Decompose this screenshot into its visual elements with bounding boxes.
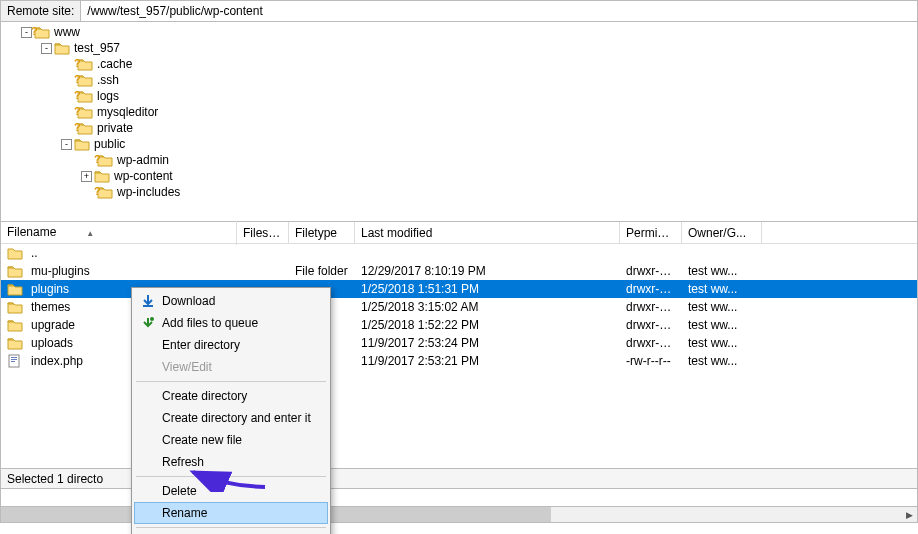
folder-icon: ? [77, 73, 93, 87]
file-modified: 1/25/2018 1:52:22 PM [355, 316, 620, 334]
tree-node[interactable]: ? .cache [1, 56, 917, 72]
menu-enter-directory[interactable]: Enter directory [134, 334, 328, 356]
tree-node-label: wp-includes [117, 184, 180, 200]
tree-node-label: www [54, 24, 80, 40]
file-permissions: drwxr-xr-x [620, 262, 682, 280]
unknown-icon: ? [74, 71, 81, 87]
menu-delete[interactable]: Delete [134, 480, 328, 502]
tree-node-label: logs [97, 88, 119, 104]
file-modified: 1/25/2018 3:15:02 AM [355, 298, 620, 316]
file-list-header: Filename▲ Filesize Filetype Last modifie… [1, 222, 917, 244]
unknown-icon: ? [94, 151, 101, 167]
menu-refresh[interactable]: Refresh [134, 451, 328, 473]
tree-node[interactable]: ? wp-includes [1, 184, 917, 200]
php-file-icon [7, 354, 23, 368]
file-name: mu-plugins [31, 262, 90, 280]
folder-icon: ? [77, 121, 93, 135]
tree-expander[interactable]: + [81, 171, 92, 182]
menu-view-edit: View/Edit [134, 356, 328, 378]
col-header-modified[interactable]: Last modified [355, 222, 620, 244]
tree-node-label: .cache [97, 56, 132, 72]
unknown-icon: ? [94, 183, 101, 199]
file-permissions: drwxr-xr-x [620, 316, 682, 334]
file-modified: 1/25/2018 1:51:31 PM [355, 280, 620, 298]
tree-node[interactable]: - test_957 [1, 40, 917, 56]
svg-point-4 [150, 317, 154, 321]
remote-site-label: Remote site: [1, 1, 81, 21]
file-modified: 11/9/2017 2:53:21 PM [355, 352, 620, 370]
download-icon [140, 293, 156, 309]
folder-icon [74, 137, 90, 151]
folder-icon [7, 264, 23, 278]
svg-rect-2 [11, 359, 17, 360]
file-modified: 11/9/2017 2:53:24 PM [355, 334, 620, 352]
folder-icon: ? [77, 57, 93, 71]
tree-node[interactable]: ? logs [1, 88, 917, 104]
menu-download[interactable]: Download [134, 290, 328, 312]
file-permissions: drwxr-xr-x [620, 298, 682, 316]
tree-expander[interactable]: - [61, 139, 72, 150]
tree-node[interactable]: ? .ssh [1, 72, 917, 88]
tree-node[interactable]: - public [1, 136, 917, 152]
scroll-right-icon[interactable]: ▶ [901, 507, 917, 522]
tree-node-label: mysqleditor [97, 104, 158, 120]
col-header-filetype[interactable]: Filetype [289, 222, 355, 244]
tree-node-label: test_957 [74, 40, 120, 56]
tree-node-label: wp-admin [117, 152, 169, 168]
tree-node[interactable]: ? mysqleditor [1, 104, 917, 120]
tree-expander[interactable]: - [41, 43, 52, 54]
folder-icon: ? [97, 185, 113, 199]
menu-add-to-queue[interactable]: Add files to queue [134, 312, 328, 334]
col-header-filename[interactable]: Filename▲ [1, 221, 237, 245]
menu-create-new-file[interactable]: Create new file [134, 429, 328, 451]
tree-node[interactable]: + wp-content [1, 168, 917, 184]
file-permissions: drwxr-xr-x [620, 280, 682, 298]
svg-rect-3 [11, 361, 15, 362]
file-type: File folder [289, 262, 355, 280]
unknown-icon: ? [74, 119, 81, 135]
folder-icon: ? [77, 89, 93, 103]
svg-rect-1 [11, 357, 17, 358]
file-name: upgrade [31, 316, 75, 334]
tree-node[interactable]: - ? www [1, 24, 917, 40]
folder-icon: ? [77, 105, 93, 119]
file-owner: test ww... [682, 262, 762, 280]
sort-asc-icon: ▲ [86, 229, 94, 238]
file-name: uploads [31, 334, 73, 352]
file-modified: 12/29/2017 8:10:19 PM [355, 262, 620, 280]
folder-icon [7, 336, 23, 350]
menu-separator [136, 527, 326, 528]
tree-node[interactable]: ? wp-admin [1, 152, 917, 168]
file-name: .. [31, 244, 38, 262]
parent-dir-icon [7, 246, 23, 260]
file-permissions: drwxr-xr-x [620, 334, 682, 352]
folder-icon [7, 282, 23, 296]
remote-site-bar: Remote site: [0, 0, 918, 22]
file-name: index.php [31, 352, 83, 370]
folder-icon [54, 41, 70, 55]
col-header-owner[interactable]: Owner/G... [682, 222, 762, 244]
file-row[interactable]: .. [1, 244, 917, 262]
tree-node[interactable]: ? private [1, 120, 917, 136]
tree-node-label: .ssh [97, 72, 119, 88]
folder-icon [94, 169, 110, 183]
context-menu: Download Add files to queue Enter direct… [131, 287, 331, 534]
file-owner: test ww... [682, 316, 762, 334]
file-name: plugins [31, 280, 69, 298]
menu-create-directory-enter[interactable]: Create directory and enter it [134, 407, 328, 429]
menu-create-directory[interactable]: Create directory [134, 385, 328, 407]
col-header-permissions[interactable]: Permissi... [620, 222, 682, 244]
unknown-icon: ? [74, 87, 81, 103]
menu-rename[interactable]: Rename [134, 502, 328, 524]
file-owner: test ww... [682, 298, 762, 316]
file-name: themes [31, 298, 70, 316]
remote-site-input[interactable] [81, 1, 917, 21]
folder-icon [7, 300, 23, 314]
remote-tree[interactable]: - ? www- test_957 ? .cache ? .ssh ? logs… [0, 22, 918, 222]
file-row[interactable]: mu-plugins File folder 12/29/2017 8:10:1… [1, 262, 917, 280]
tree-node-label: wp-content [114, 168, 173, 184]
menu-separator [136, 476, 326, 477]
unknown-icon: ? [74, 55, 81, 71]
col-header-filesize[interactable]: Filesize [237, 222, 289, 244]
file-owner: test ww... [682, 280, 762, 298]
